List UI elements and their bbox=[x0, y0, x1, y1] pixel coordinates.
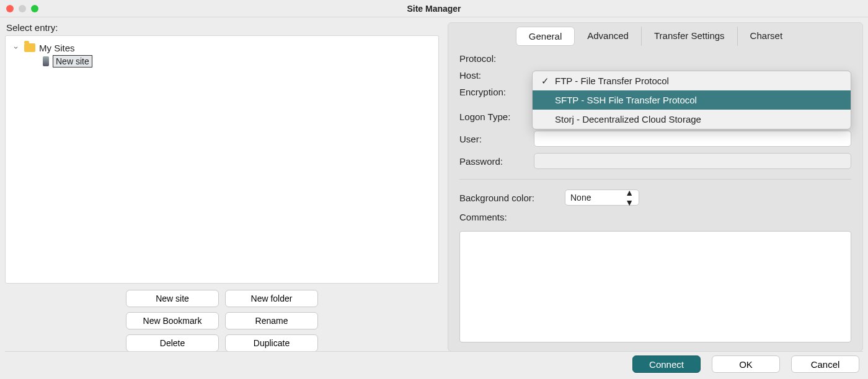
general-form: Protocol: Host: Encryption: FTP - File T… bbox=[448, 46, 862, 230]
duplicate-button[interactable]: Duplicate bbox=[225, 334, 318, 352]
cancel-button[interactable]: Cancel bbox=[791, 355, 859, 373]
traffic-lights bbox=[6, 5, 38, 12]
new-folder-button[interactable]: New folder bbox=[225, 290, 318, 307]
tab-charset[interactable]: Charset bbox=[737, 27, 795, 46]
logon-type-label: Logon Type: bbox=[459, 111, 528, 122]
new-site-button[interactable]: New site bbox=[126, 290, 219, 307]
new-bookmark-button[interactable]: New Bookmark bbox=[126, 312, 219, 329]
protocol-dropdown[interactable]: FTP - File Transfer Protocol SFTP - SSH … bbox=[532, 71, 851, 129]
close-window-icon[interactable] bbox=[6, 5, 14, 12]
server-icon bbox=[43, 56, 49, 66]
connect-button[interactable]: Connect bbox=[632, 355, 701, 373]
zoom-window-icon[interactable] bbox=[31, 5, 38, 12]
tab-advanced[interactable]: Advanced bbox=[575, 27, 641, 46]
comments-label: Comments: bbox=[459, 212, 507, 222]
rename-button[interactable]: Rename bbox=[225, 312, 318, 329]
tab-transfer-settings[interactable]: Transfer Settings bbox=[641, 27, 737, 46]
protocol-option-storj[interactable]: Storj - Decentralized Cloud Storage bbox=[533, 110, 851, 129]
chevron-down-icon[interactable]: › bbox=[12, 43, 20, 52]
delete-button[interactable]: Delete bbox=[126, 334, 219, 352]
protocol-option-sftp[interactable]: SFTP - SSH File Transfer Protocol bbox=[533, 90, 851, 110]
password-input[interactable] bbox=[534, 153, 851, 169]
comments-textarea[interactable] bbox=[459, 231, 851, 342]
minimize-window-icon[interactable] bbox=[19, 5, 26, 12]
protocol-label: Protocol: bbox=[459, 53, 528, 64]
titlebar: Site Manager bbox=[0, 0, 868, 17]
ok-button[interactable]: OK bbox=[712, 355, 780, 373]
tab-bar: General Advanced Transfer Settings Chars… bbox=[448, 23, 862, 46]
divider bbox=[459, 179, 851, 180]
folder-icon bbox=[24, 43, 35, 52]
select-arrows-icon: ▲▼ bbox=[625, 188, 634, 207]
footer-buttons: Connect OK Cancel bbox=[632, 352, 859, 377]
password-label: Password: bbox=[459, 156, 528, 167]
background-color-value: None bbox=[570, 193, 591, 203]
user-input[interactable] bbox=[534, 131, 851, 147]
site-name-edit-field[interactable]: New site bbox=[53, 55, 92, 68]
host-label: Host: bbox=[459, 70, 528, 81]
tree-site-row[interactable]: New site bbox=[12, 54, 432, 68]
window-title: Site Manager bbox=[0, 4, 868, 14]
protocol-option-ftp[interactable]: FTP - File Transfer Protocol bbox=[533, 71, 851, 90]
select-entry-label: Select entry: bbox=[5, 22, 439, 33]
tree-folder-row[interactable]: › My Sites bbox=[12, 41, 432, 54]
tab-general[interactable]: General bbox=[516, 27, 575, 46]
tree-folder-label: My Sites bbox=[39, 43, 75, 53]
background-color-label: Background color: bbox=[459, 193, 559, 203]
background-color-select[interactable]: None ▲▼ bbox=[565, 190, 639, 206]
encryption-label: Encryption: bbox=[459, 87, 528, 97]
user-label: User: bbox=[459, 134, 528, 144]
site-tree[interactable]: › My Sites New site bbox=[5, 35, 439, 284]
